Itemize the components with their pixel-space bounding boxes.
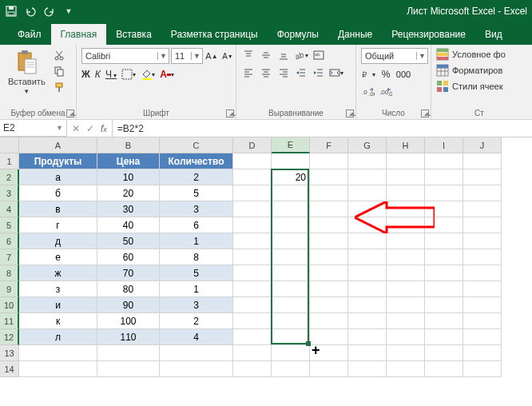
cell-D6[interactable] [233,233,272,249]
fx-icon[interactable]: fx [101,123,107,134]
cell-F1[interactable] [310,153,348,169]
cancel-formula-icon[interactable]: ✕ [72,123,80,134]
cell-A2[interactable]: а [19,169,97,185]
cell-D12[interactable] [233,329,272,345]
cell-D14[interactable] [233,361,272,377]
save-icon[interactable] [5,5,18,18]
cell-C4[interactable]: 3 [160,201,233,217]
cell-B6[interactable]: 50 [97,233,160,249]
cell-I3[interactable] [425,185,463,201]
cell-I11[interactable] [425,313,463,329]
fill-color-button[interactable]: ▾ [141,67,155,82]
cell-C14[interactable] [160,361,233,377]
cell-E8[interactable] [272,265,310,281]
cell-H4[interactable] [387,201,425,217]
cell-C13[interactable] [160,345,233,361]
cell-H11[interactable] [387,313,425,329]
cell-I7[interactable] [425,249,463,265]
cell-A14[interactable] [19,361,97,377]
cell-B1[interactable]: Цена [97,153,160,169]
cell-A12[interactable]: л [19,329,97,345]
cell-F9[interactable] [310,281,348,297]
align-right-icon[interactable] [276,66,291,80]
cell-D10[interactable] [233,297,272,313]
format-painter-button[interactable] [52,80,66,94]
cell-B10[interactable]: 90 [97,297,160,313]
row-header-6[interactable]: 6 [0,233,19,249]
column-header-C[interactable]: C [160,137,233,153]
spreadsheet-grid[interactable]: 1234567891011121314 ABCDEFGHIJ ПродуктыЦ… [0,137,532,401]
cell-B4[interactable]: 30 [97,201,160,217]
cell-A6[interactable]: д [19,233,97,249]
orientation-icon[interactable]: ab▾ [294,48,308,62]
cell-E4[interactable] [272,201,310,217]
cell-E10[interactable] [272,297,310,313]
clipboard-launcher-icon[interactable] [66,109,74,117]
cell-J5[interactable] [463,217,502,233]
decrease-decimal-icon[interactable]: .00.0 [379,85,393,99]
column-header-I[interactable]: I [425,137,463,153]
cell-J12[interactable] [463,329,502,345]
cell-A3[interactable]: б [19,185,97,201]
row-header-10[interactable]: 10 [0,297,19,313]
format-as-table-button[interactable]: Форматиров [436,64,502,77]
bold-button[interactable]: Ж [81,69,90,80]
cell-C8[interactable]: 5 [160,265,233,281]
cell-H7[interactable] [387,249,425,265]
increase-indent-icon[interactable] [312,66,326,80]
underline-button[interactable]: Ч ▾ [105,69,117,80]
cell-G14[interactable] [348,361,387,377]
cell-J3[interactable] [463,185,502,201]
increase-decimal-icon[interactable]: .0.00 [361,85,375,99]
decrease-indent-icon[interactable] [294,66,308,80]
redo-icon[interactable] [43,5,56,18]
increase-font-icon[interactable]: A▲ [204,49,219,63]
cell-F10[interactable] [310,297,348,313]
tab-file[interactable]: Файл [8,24,51,45]
cell-J9[interactable] [463,281,502,297]
cell-B8[interactable]: 70 [97,265,160,281]
font-color-button[interactable]: A▾ [160,67,174,82]
cell-F6[interactable] [310,233,348,249]
cell-G13[interactable] [348,345,387,361]
align-top-icon[interactable] [241,48,256,62]
cell-E12[interactable] [272,329,310,345]
accounting-format-icon[interactable]: ₽▾ [361,67,375,82]
cell-J14[interactable] [463,361,502,377]
row-header-1[interactable]: 1 [0,153,19,169]
cell-G7[interactable] [348,249,387,265]
decrease-font-icon[interactable]: A▼ [220,49,235,63]
align-center-icon[interactable] [259,66,273,80]
undo-icon[interactable] [24,5,37,18]
cell-A11[interactable]: к [19,313,97,329]
cell-H13[interactable] [387,345,425,361]
conditional-formatting-button[interactable]: Условное фо [436,48,506,61]
cell-I2[interactable] [425,169,463,185]
cell-H3[interactable] [387,185,425,201]
cell-B5[interactable]: 40 [97,217,160,233]
cell-F7[interactable] [310,249,348,265]
cell-B13[interactable] [97,345,160,361]
cell-I13[interactable] [425,345,463,361]
cell-styles-button[interactable]: Стили ячеек [436,80,502,93]
cell-C10[interactable]: 3 [160,297,233,313]
cell-F11[interactable] [310,313,348,329]
row-header-12[interactable]: 12 [0,329,19,345]
cell-A1[interactable]: Продукты [19,153,97,169]
cell-F2[interactable] [310,169,348,185]
cell-J1[interactable] [463,153,502,169]
tab-view[interactable]: Вид [475,24,512,45]
cell-A13[interactable] [19,345,97,361]
name-box[interactable]: E2▼ [0,120,67,137]
cell-B3[interactable]: 20 [97,185,160,201]
row-header-14[interactable]: 14 [0,361,19,377]
cell-H1[interactable] [387,153,425,169]
cell-D2[interactable] [233,169,272,185]
cell-H8[interactable] [387,265,425,281]
cell-G12[interactable] [348,329,387,345]
cell-J7[interactable] [463,249,502,265]
cell-E14[interactable] [272,361,310,377]
row-header-5[interactable]: 5 [0,217,19,233]
border-button[interactable]: ▾ [121,67,136,82]
cell-D5[interactable] [233,217,272,233]
